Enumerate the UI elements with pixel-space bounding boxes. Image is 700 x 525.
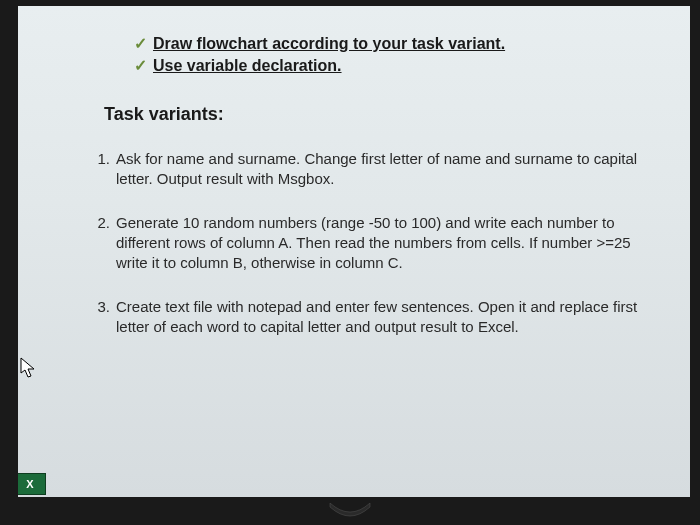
task-item: Ask for name and surname. Change first l… (88, 149, 646, 189)
task-text: Ask for name and surname. Change first l… (116, 149, 646, 189)
mouse-cursor-icon (20, 357, 38, 379)
task-variants-list: Ask for name and surname. Change first l… (88, 149, 646, 337)
monitor-stand (310, 503, 390, 525)
checklist-item: ✓ Draw flowchart according to your task … (134, 34, 646, 54)
checkmark-icon: ✓ (134, 34, 147, 54)
checklist-item: ✓ Use variable declaration. (134, 56, 646, 76)
excel-icon-label: X (26, 478, 33, 490)
checklist-item-text: Use variable declaration. (153, 56, 342, 76)
task-item: Generate 10 random numbers (range -50 to… (88, 213, 646, 273)
excel-taskbar-icon[interactable]: X (18, 473, 46, 495)
task-text: Generate 10 random numbers (range -50 to… (116, 213, 646, 273)
document-page: ✓ Draw flowchart according to your task … (18, 6, 690, 497)
checkmark-icon: ✓ (134, 56, 147, 76)
checklist-item-text: Draw flowchart according to your task va… (153, 34, 505, 54)
task-item: Create text file with notepad and enter … (88, 297, 646, 337)
checklist: ✓ Draw flowchart according to your task … (134, 34, 646, 76)
task-text: Create text file with notepad and enter … (116, 297, 646, 337)
section-title: Task variants: (104, 104, 646, 125)
